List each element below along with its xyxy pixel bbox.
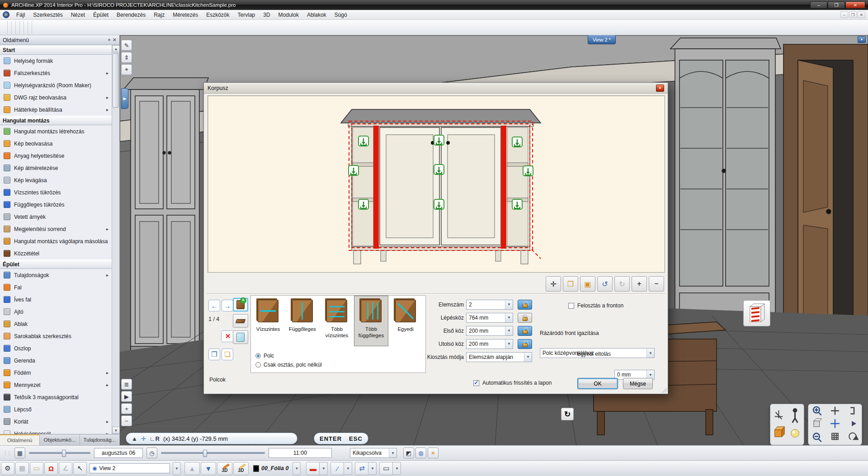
- drag-grip[interactable]: ⋮⋮: [3, 450, 11, 456]
- sidebar-item[interactable]: DWG rajz beolvasása ▸: [0, 91, 112, 104]
- sidebar-item[interactable]: Helyiségpecsét ▸: [0, 428, 112, 434]
- sidebar-item[interactable]: Fal: [0, 281, 112, 293]
- zoom-in-icon[interactable]: +: [632, 276, 647, 292]
- sidebar-item[interactable]: Függőleges tükrözés: [0, 198, 112, 211]
- selection-rect-button[interactable]: ▭: [30, 462, 43, 475]
- sidebar-section-header[interactable]: Épület: [0, 259, 112, 269]
- box-view-icon[interactable]: ▣: [580, 276, 595, 292]
- minimize-button[interactable]: –: [810, 1, 827, 9]
- globe-button[interactable]: ◍: [415, 448, 426, 458]
- prev-page-button[interactable]: ←: [208, 300, 220, 311]
- time-field[interactable]: 11:00: [269, 448, 332, 458]
- division-type-tile[interactable]: Vízszintes: [251, 296, 285, 346]
- sidebar-item[interactable]: Hangulat montázs létrehozás: [0, 125, 112, 137]
- enter-button[interactable]: ENTER: [320, 435, 342, 442]
- zoom-in-strip-button[interactable]: +: [121, 403, 132, 414]
- date-field[interactable]: augusztus 06: [94, 448, 143, 458]
- sidebar-item[interactable]: Sarokablak szerkesztés: [0, 330, 112, 342]
- view-select[interactable]: ◉ View 2: [90, 463, 170, 473]
- viewport-collapse-button[interactable]: ▼: [858, 36, 866, 43]
- field-combo[interactable]: Elemszám alapján▼: [466, 352, 532, 362]
- view-select-caret[interactable]: ▼: [173, 462, 181, 475]
- front-division-icon-button[interactable]: [743, 300, 770, 326]
- eraser-button[interactable]: ▬: [306, 462, 320, 475]
- build-3d-button[interactable]: 3D: [217, 462, 232, 475]
- child-minimize-button[interactable]: –: [840, 11, 848, 18]
- sidebar-item[interactable]: Közzététel: [0, 247, 112, 259]
- menu-item[interactable]: Épület: [89, 10, 113, 19]
- copy-settings-button[interactable]: ❐: [208, 349, 220, 360]
- style-caret[interactable]: ▼: [368, 462, 377, 475]
- sidebar-item[interactable]: Tulajdonságok ▸: [0, 269, 112, 281]
- style-caret[interactable]: ▼: [393, 462, 401, 475]
- position-icon[interactable]: ✛: [546, 276, 561, 292]
- division-type-tile[interactable]: Több vízszintes: [320, 296, 354, 346]
- menu-item[interactable]: Modulok: [274, 10, 303, 19]
- undo-icon[interactable]: ↺: [597, 276, 613, 292]
- date-slider[interactable]: [29, 452, 90, 454]
- lock-button[interactable]: [518, 300, 532, 310]
- axis-button[interactable]: ∠: [59, 462, 72, 475]
- sidebar-item[interactable]: Födém ▸: [0, 367, 112, 379]
- menu-item[interactable]: Méretezés: [169, 10, 202, 19]
- refresh-button[interactable]: ↻: [561, 408, 574, 420]
- lock-button[interactable]: [518, 313, 532, 323]
- zoom-strip-button[interactable]: ⌖: [121, 64, 132, 75]
- sidebar-item[interactable]: Helyiségvarázsló (Room Maker): [0, 79, 112, 91]
- cabinet-preview[interactable]: [208, 95, 665, 273]
- cancel-button[interactable]: Mégse: [623, 378, 653, 389]
- clock-icon[interactable]: ◷: [146, 448, 157, 458]
- sidebar-item[interactable]: Ablak: [0, 318, 112, 330]
- sidebar-item[interactable]: Falszerkesztés ▸: [0, 67, 112, 79]
- division-only-radio[interactable]: [255, 362, 261, 368]
- sidebar-item[interactable]: Vetett árnyék: [0, 211, 112, 223]
- lock-button[interactable]: [518, 326, 532, 336]
- resize-grip[interactable]: [661, 387, 667, 393]
- menu-item[interactable]: Ablakok: [303, 10, 330, 19]
- shelf-radio[interactable]: [255, 353, 261, 358]
- sidebar-item[interactable]: Tetősík 3 magasságponttal: [0, 391, 112, 403]
- ok-button[interactable]: OK: [577, 378, 618, 389]
- sidebar-scrollbar[interactable]: ▲ ▼: [112, 45, 119, 434]
- sidebar-item[interactable]: Ajtó: [0, 306, 112, 318]
- sidebar-item[interactable]: Háttérkép beállítása ▸: [0, 104, 112, 116]
- sidebar-item[interactable]: Lépcső: [0, 403, 112, 415]
- measure-strip-button[interactable]: ⇕: [121, 52, 132, 63]
- sidebar-item[interactable]: Helyiség formák: [0, 55, 112, 67]
- relative-axis-icon[interactable]: ∟R: [150, 435, 160, 442]
- rect-style-button[interactable]: ▭: [379, 462, 393, 475]
- close-button[interactable]: ✕: [845, 1, 865, 9]
- snap-magnet-button[interactable]: Ω: [44, 462, 58, 475]
- zoom-out-icon[interactable]: −: [649, 276, 664, 292]
- line-width-button[interactable]: ⇄: [355, 462, 368, 475]
- sun-button[interactable]: ☀: [428, 448, 439, 458]
- move-cursor-icon[interactable]: ✛: [141, 435, 146, 442]
- viewport-tab[interactable]: View 2 *: [588, 35, 616, 44]
- field-combo[interactable]: 200 mm▼: [466, 326, 513, 336]
- sidebar-item[interactable]: Kép levágása: [0, 174, 112, 186]
- child-restore-button[interactable]: ❐: [849, 11, 857, 18]
- shelf-category-button[interactable]: [233, 298, 248, 311]
- box-category-button[interactable]: [233, 330, 248, 344]
- sidebar-item[interactable]: Megjelenítési sorrend ▸: [0, 223, 112, 235]
- zoom-out-strip-button[interactable]: −: [121, 415, 132, 426]
- pin-icon[interactable]: ⌖: [108, 37, 111, 43]
- maximize-button[interactable]: ❐: [828, 1, 845, 9]
- menu-item[interactable]: Nézet: [67, 10, 89, 19]
- sidebar-tab[interactable]: Objektumkö...: [40, 434, 80, 445]
- scroll-down-icon[interactable]: ▼: [112, 427, 120, 434]
- field-combo[interactable]: 200 mm▼: [466, 339, 513, 349]
- shadow-mode-select[interactable]: Kikapcsolva▼: [350, 448, 397, 458]
- sidebar-tab[interactable]: Tulajdonság...: [80, 434, 120, 445]
- menu-item[interactable]: Berendezés: [113, 10, 150, 19]
- auto-refresh-checkbox[interactable]: [473, 380, 479, 386]
- front-division-checkbox[interactable]: [568, 303, 574, 309]
- strip-expand-tab[interactable]: ▶: [121, 88, 128, 109]
- layers-strip-button[interactable]: ≣: [121, 379, 132, 390]
- menu-item[interactable]: Fájl: [12, 10, 29, 19]
- sidebar-item[interactable]: Hangulat montázs vágólapra másolása: [0, 235, 112, 247]
- style-caret[interactable]: ▼: [320, 462, 328, 475]
- dialog-title-bar[interactable]: Korpusz ✕: [204, 83, 668, 94]
- field-combo[interactable]: 2▼: [466, 300, 513, 310]
- paste-settings-button[interactable]: ❏: [222, 349, 233, 360]
